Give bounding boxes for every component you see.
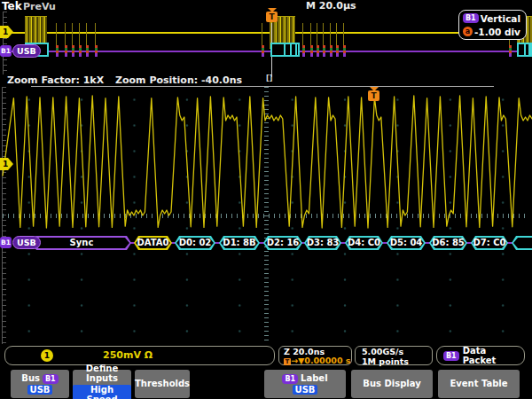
menu-bus-value: USB: [27, 385, 53, 395]
record-length-readout: 1M points: [362, 357, 426, 367]
bus-packet-d0: D0: 02: [175, 236, 215, 250]
ch1-glitch-tick: [72, 23, 73, 45]
zoom-trigger-marker[interactable]: T: [368, 87, 379, 101]
trigger-position-readout: T→▼0.00000 s: [284, 356, 347, 365]
bus-packet-mark: [317, 45, 319, 57]
menu-label-label: Label: [301, 374, 328, 384]
packet-divider: [284, 44, 286, 55]
bus-packet-mark: [79, 45, 82, 57]
zoom-window-bracket: []: [266, 74, 272, 82]
menu-bus-display-button[interactable]: Bus Display: [351, 370, 433, 398]
bus-b1-badge: B1: [43, 374, 59, 384]
zoom-trigger-t-icon: T: [368, 90, 379, 101]
bus-packet-label: D4: C0: [345, 236, 383, 250]
ch1-zoom-waveform: [0, 87, 532, 344]
ch1-badge-icon: 1: [41, 349, 53, 362]
bus-data-packet-box: [517, 43, 532, 57]
trigger-position-value: 0.00000 s: [304, 356, 350, 365]
vertical-badge-value: -1.00 div: [474, 27, 520, 37]
packet-divider: [528, 44, 530, 55]
bus-packet-d1: D1: 8B: [219, 236, 260, 250]
bus-b1-badge: B1: [282, 374, 298, 384]
bus-packet-d3: D3: 83: [304, 236, 341, 250]
bus-packet-mark: [343, 45, 346, 57]
ch1-glitch-tick: [56, 23, 57, 45]
bus-event-box[interactable]: B1 Data Packet: [436, 346, 525, 365]
zoom-waveform-view: T 1: [0, 87, 532, 344]
menu-define-value: High Speed: [73, 385, 131, 399]
bus-packet-data0: DATA0: [134, 236, 172, 250]
bus-vertical-badge: B1 Vertical a -1.00 div: [458, 10, 527, 40]
bus-b1-decode-tag: B1: [0, 237, 12, 248]
bus-packet-d2: D2: 16: [263, 236, 302, 250]
bus-b1-badge: B1: [443, 351, 459, 361]
ch1-glitch-tick: [302, 23, 303, 45]
bus-packet-mark: [310, 45, 313, 57]
bus-packet-d6: D6: 85: [429, 236, 467, 250]
bus-packet-mark: [330, 45, 332, 57]
menu-bus-button[interactable]: BusB1 USB: [11, 370, 69, 398]
bus-packet-label: D0: 02: [175, 236, 215, 250]
menu-event-table-button[interactable]: Event Table: [438, 370, 520, 398]
bus-decode-row: SyncDATA0D0: 02D1: 8BD2: 16D3: 83D4: C0D…: [0, 236, 532, 250]
menu-define-inputs-button[interactable]: Define Inputs High Speed: [73, 370, 131, 398]
bus-packet-d7: D7: C0: [471, 236, 508, 250]
bus-data-packet-box: [270, 43, 300, 57]
menu-bus-display-label: Bus Display: [363, 379, 420, 389]
channel-readout-box[interactable]: 1 250mV Ω: [4, 346, 275, 365]
bus-packet-mark: [262, 45, 264, 57]
bus-packet-sync: Sync: [32, 236, 131, 250]
bus-packet-mark: [95, 45, 98, 57]
sample-rate-readout: 5.00GS/s: [362, 348, 426, 357]
bus-packet-label: D5: 04: [387, 236, 426, 250]
packet-divider: [295, 44, 297, 55]
ch1-glitch-tick: [330, 23, 331, 45]
bus-packet-label: Sync: [32, 236, 131, 250]
bus-packet-label: DATA0: [134, 236, 172, 250]
bus-event-label: Data Packet: [463, 346, 518, 365]
menu-thresholds-button[interactable]: Thresholds: [135, 370, 190, 398]
ch1-scale-readout: 250mV Ω: [103, 349, 153, 361]
usb-bus-decode-label[interactable]: USB: [12, 236, 41, 249]
trigger-t-icon: T: [284, 358, 291, 365]
bus-packet-d4: D4: C0: [345, 236, 383, 250]
bus-packet-label: D1: 8B: [219, 236, 260, 250]
packet-divider: [290, 44, 292, 55]
bus-packet-mark: [302, 45, 305, 57]
zoom-position-readout: Zoom Position: -40.0ns: [115, 74, 242, 86]
vertical-badge-title: Vertical: [481, 13, 520, 24]
trigger-arrows-icon: →▼: [291, 356, 304, 365]
bus-packet-mark: [323, 45, 325, 57]
bus-packet-partial: [512, 236, 532, 250]
ch1-glitch-tick: [86, 23, 87, 45]
ch1-glitch-tick: [65, 23, 66, 45]
bus-packet-label: D2: 16: [263, 236, 302, 250]
bus-b1-overview-tag: B1: [0, 45, 12, 57]
bus-packet-mark: [509, 45, 512, 57]
usb-bus-overview-label[interactable]: USB: [12, 44, 41, 58]
ch1-glitch-tick: [323, 23, 324, 45]
menu-event-table-label: Event Table: [450, 379, 507, 389]
ch1-glitch-tick: [262, 23, 262, 45]
menu-bus-label: Bus: [21, 374, 40, 384]
zoom-scale-box[interactable]: Z 20.0ns T→▼0.00000 s: [278, 346, 352, 365]
bus-packet-label: D3: 83: [304, 236, 341, 250]
acquisition-box: 5.00GS/s 1M points: [355, 346, 433, 365]
menu-label-value: USB: [293, 385, 318, 395]
packet-divider: [524, 44, 526, 55]
ch1-glitch-tick: [343, 23, 344, 45]
bus-b1-badge: B1: [463, 13, 479, 23]
trigger-position-marker[interactable]: T: [266, 8, 278, 22]
bus-packet-label: D7: C0: [471, 236, 508, 250]
ch1-glitch-tick: [79, 23, 80, 45]
bus-packet-mark: [65, 45, 67, 57]
bus-packet-label: D6: 85: [429, 236, 467, 250]
bus-packet-mark: [336, 45, 339, 57]
ch1-overview-marker[interactable]: 1: [0, 26, 13, 38]
trigger-t-icon: T: [266, 12, 278, 22]
ch1-glitch-tick: [317, 23, 317, 45]
menu-label-button[interactable]: B1Label USB: [264, 370, 346, 398]
menu-thresholds-label: Thresholds: [135, 379, 190, 389]
bus-packet-mark: [56, 45, 59, 57]
bus-packet-mark: [86, 45, 89, 57]
